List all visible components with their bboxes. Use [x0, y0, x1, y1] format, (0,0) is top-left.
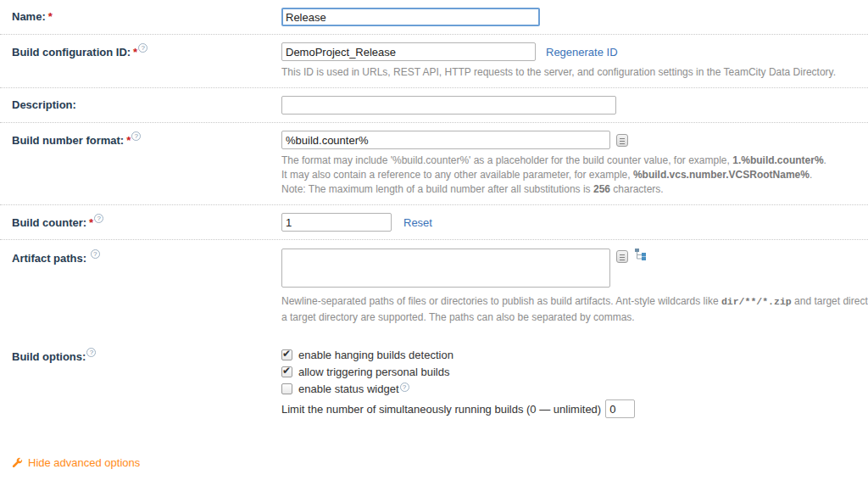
build-config-id-help: This ID is used in URLs, REST API, HTTP …: [281, 65, 868, 80]
advanced-options-toggle[interactable]: Hide advanced options: [12, 456, 868, 469]
build-config-id-label: Build configuration ID:*?: [0, 42, 281, 59]
form-row-build-number-format: Build number format:*? The format may in…: [0, 123, 868, 205]
form-row-build-config-id: Build configuration ID:*? Regenerate ID …: [0, 35, 868, 88]
help-icon[interactable]: ?: [138, 43, 147, 53]
build-number-format-label: Build number format:*?: [0, 131, 281, 147]
build-counter-label: Build counter:*?: [0, 213, 281, 229]
artifact-tree-icon[interactable]: [635, 249, 647, 263]
hanging-builds-label[interactable]: enable hanging builds detection: [298, 347, 453, 363]
parameters-list-icon[interactable]: [616, 250, 628, 263]
required-asterisk: *: [48, 10, 53, 23]
artifact-paths-help: Newline-separated paths of files or dire…: [281, 293, 868, 326]
required-asterisk: *: [126, 134, 131, 147]
limit-running-builds-label: Limit the number of simultaneously runni…: [281, 403, 601, 416]
build-config-id-input[interactable]: [281, 42, 536, 61]
name-input[interactable]: [281, 8, 540, 26]
artifact-paths-label-text: Artifact paths:: [12, 252, 86, 265]
help-line: It may also contain a reference to any o…: [281, 168, 868, 182]
required-asterisk: *: [89, 216, 93, 229]
form-row-artifact-paths: Artifact paths: ? Newline-separated path…: [0, 240, 868, 333]
hide-advanced-options-link[interactable]: Hide advanced options: [28, 456, 140, 469]
regenerate-id-link[interactable]: Regenerate ID: [546, 46, 618, 59]
personal-builds-label[interactable]: allow triggering personal builds: [298, 364, 450, 380]
build-counter-label-text: Build counter:: [12, 216, 86, 229]
build-options-label-text: Build options:: [12, 350, 86, 363]
help-icon[interactable]: ?: [400, 383, 409, 392]
limit-running-builds: Limit the number of simultaneously runni…: [281, 399, 868, 418]
description-input[interactable]: [281, 96, 616, 115]
status-widget-checkbox[interactable]: [281, 383, 292, 394]
description-label-text: Description:: [12, 98, 76, 111]
name-label-text: Name:: [12, 10, 46, 23]
reset-counter-link[interactable]: Reset: [403, 216, 432, 229]
build-number-format-input[interactable]: [281, 131, 610, 149]
artifact-paths-textarea[interactable]: [281, 249, 610, 288]
help-icon[interactable]: ?: [131, 131, 141, 141]
help-icon[interactable]: ?: [86, 348, 96, 357]
build-config-id-label-text: Build configuration ID:: [12, 46, 131, 59]
hanging-builds-checkbox[interactable]: [281, 349, 292, 360]
build-number-format-label-text: Build number format:: [12, 134, 124, 147]
parameters-list-icon[interactable]: [616, 134, 628, 147]
form-row-build-counter: Build counter:*? Reset: [0, 205, 868, 240]
artifact-paths-label: Artifact paths: ?: [0, 249, 281, 265]
build-counter-input[interactable]: [281, 213, 392, 232]
form-row-build-options: Build options:? enable hanging builds de…: [0, 333, 868, 426]
wrench-icon: [12, 457, 23, 468]
help-line: Newline-separated paths of files or dire…: [281, 293, 868, 310]
required-asterisk: *: [133, 46, 137, 59]
help-line: Note: The maximum length of a build numb…: [281, 182, 868, 197]
help-icon[interactable]: ?: [91, 249, 100, 259]
build-number-format-help: The format may include '%build.counter%'…: [281, 154, 868, 197]
build-options-label: Build options:?: [0, 347, 281, 363]
help-line: a target directory are supported. The pa…: [281, 310, 868, 326]
limit-running-builds-input[interactable]: [605, 399, 635, 418]
description-label: Description:: [0, 96, 281, 111]
build-configuration-form: Name:* Build configuration ID:*? Regener…: [0, 0, 868, 486]
form-row-name: Name:*: [0, 0, 868, 35]
name-label: Name:*: [0, 8, 281, 23]
option-personal-builds: allow triggering personal builds: [281, 364, 868, 380]
status-widget-label[interactable]: enable status widget: [298, 381, 399, 397]
help-line: The format may include '%build.counter%'…: [281, 154, 868, 168]
personal-builds-checkbox[interactable]: [281, 366, 292, 377]
option-hanging-builds: enable hanging builds detection: [281, 347, 868, 363]
option-status-widget: enable status widget ?: [281, 381, 868, 397]
form-row-description: Description:: [0, 88, 868, 123]
help-icon[interactable]: ?: [94, 214, 103, 223]
